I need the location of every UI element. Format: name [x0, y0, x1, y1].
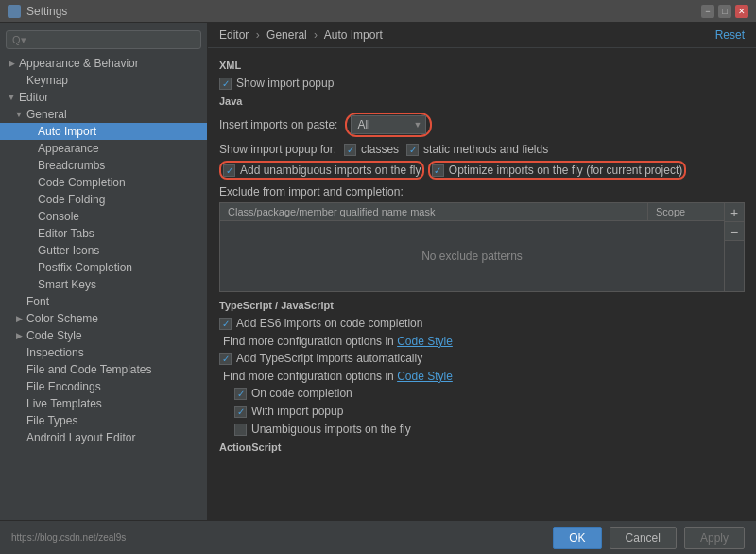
- table-inner: Class/package/member qualified name mask…: [220, 203, 724, 291]
- ts-with-popup-row: With import popup: [234, 405, 745, 418]
- arrow-icon: [25, 177, 36, 188]
- sidebar-label: Inspections: [26, 346, 84, 359]
- sidebar-label: Live Templates: [26, 397, 102, 410]
- arrow-icon: [25, 211, 36, 222]
- title-bar: Settings − □ ✕: [0, 0, 756, 23]
- sidebar-item-editor[interactable]: ▼ Editor: [0, 89, 207, 106]
- classes-checkbox-wrap[interactable]: classes: [344, 143, 399, 156]
- sidebar-item-editor-tabs[interactable]: Editor Tabs: [0, 225, 207, 242]
- sidebar-item-code-completion[interactable]: Code Completion: [0, 174, 207, 191]
- static-methods-checkbox-wrap[interactable]: static methods and fields: [406, 143, 548, 156]
- bottom-bar: https://blog.csdn.net/zeal9s OK Cancel A…: [0, 520, 756, 554]
- checkbox-classes[interactable]: [344, 144, 356, 156]
- footer-link: https://blog.csdn.net/zeal9s: [11, 532, 126, 543]
- ts-on-completion-label: On code completion: [251, 387, 352, 400]
- sidebar-label: Color Scheme: [26, 312, 98, 325]
- sidebar-item-file-types[interactable]: File Types: [0, 412, 207, 429]
- checkbox-ts-add-es6[interactable]: [219, 318, 232, 330]
- ts-add-es6-row: Add ES6 imports on code completion: [219, 317, 745, 330]
- ok-button[interactable]: OK: [553, 527, 601, 549]
- search-input[interactable]: [6, 30, 201, 49]
- maximize-button[interactable]: □: [718, 5, 731, 18]
- insert-imports-label: Insert imports on paste:: [219, 118, 337, 131]
- sidebar-item-keymap[interactable]: Keymap: [0, 72, 207, 89]
- sidebar-item-live-templates[interactable]: Live Templates: [0, 395, 207, 412]
- table-col-scope: Scope: [648, 203, 724, 220]
- table-remove-button[interactable]: −: [725, 222, 744, 241]
- sidebar-item-appearance-behavior[interactable]: ▶ Appearance & Behavior: [0, 55, 207, 72]
- insert-imports-select[interactable]: All Ask None: [351, 115, 426, 134]
- arrow-icon: [25, 160, 36, 171]
- ts-code-style-link-1[interactable]: Code Style: [397, 335, 453, 348]
- sidebar-item-color-scheme[interactable]: ▶ Color Scheme: [0, 310, 207, 327]
- ts-add-es6-label: Add ES6 imports on code completion: [236, 317, 422, 330]
- arrow-icon: [13, 347, 25, 358]
- sidebar-item-code-folding[interactable]: Code Folding: [0, 191, 207, 208]
- content-body: XML Show import popup Java Insert import…: [208, 48, 756, 466]
- app-icon: [8, 5, 21, 18]
- table-side-buttons: + −: [724, 203, 744, 291]
- table-add-button[interactable]: +: [725, 203, 744, 222]
- xml-show-popup-checkbox[interactable]: Show import popup: [219, 77, 334, 90]
- insert-imports-row: Insert imports on paste: All Ask None ▼: [219, 113, 745, 137]
- sidebar-item-font[interactable]: Font: [0, 293, 207, 310]
- checkbox-ts-add-typescript[interactable]: [219, 353, 232, 365]
- sidebar-label: File Encodings: [26, 380, 101, 393]
- sidebar-item-breadcrumbs[interactable]: Breadcrumbs: [0, 157, 207, 174]
- ts-with-popup-label: With import popup: [251, 405, 343, 418]
- classes-label: classes: [361, 143, 399, 156]
- sidebar-label: Console: [38, 210, 79, 223]
- checkbox-static-methods[interactable]: [406, 144, 419, 156]
- checkbox-ts-on-completion[interactable]: [234, 388, 247, 400]
- table-empty-text: No exclude patterns: [220, 221, 724, 291]
- ts-add-typescript-row: Add TypeScript imports automatically: [219, 352, 745, 365]
- sidebar-label: Code Completion: [38, 176, 126, 189]
- ts-with-popup-checkbox-wrap[interactable]: With import popup: [234, 405, 343, 418]
- reset-button[interactable]: Reset: [715, 28, 745, 42]
- add-unambiguous-checkbox-wrap[interactable]: Add unambiguous imports on the fly: [223, 164, 421, 177]
- checkbox-xml-show-popup[interactable]: [219, 78, 232, 90]
- table-col-name: Class/package/member qualified name mask: [220, 203, 648, 220]
- sidebar-item-general[interactable]: ▼ General: [0, 106, 207, 123]
- sidebar-item-smart-keys[interactable]: Smart Keys: [0, 276, 207, 293]
- sidebar-item-code-style[interactable]: ▶ Code Style: [0, 327, 207, 344]
- sidebar-item-android-layout-editor[interactable]: Android Layout Editor: [0, 429, 207, 446]
- optimize-imports-checkbox-wrap[interactable]: Optimize imports on the fly (for current…: [432, 164, 682, 177]
- arrow-icon: [25, 143, 36, 154]
- cancel-button[interactable]: Cancel: [610, 527, 677, 549]
- sidebar-label: Font: [26, 295, 49, 308]
- checkbox-ts-with-popup[interactable]: [234, 406, 247, 418]
- ts-find-config-label-2: Find more configuration options in: [223, 370, 394, 383]
- checkbox-ts-unambiguous[interactable]: [234, 424, 247, 436]
- sidebar-item-gutter-icons[interactable]: Gutter Icons: [0, 242, 207, 259]
- sidebar-item-console[interactable]: Console: [0, 208, 207, 225]
- arrow-icon: [25, 279, 36, 290]
- checkbox-optimize-imports[interactable]: [432, 164, 444, 177]
- apply-button[interactable]: Apply: [684, 527, 745, 549]
- ts-code-style-link-2[interactable]: Code Style: [397, 370, 453, 383]
- sidebar-label: Breadcrumbs: [38, 159, 105, 172]
- window-controls: − □ ✕: [701, 5, 748, 18]
- arrow-icon: [25, 194, 36, 205]
- sidebar-label: Code Folding: [38, 193, 105, 206]
- sidebar-item-file-encodings[interactable]: File Encodings: [0, 378, 207, 395]
- sidebar-item-file-code-templates[interactable]: File and Code Templates: [0, 361, 207, 378]
- ts-on-completion-checkbox-wrap[interactable]: On code completion: [234, 387, 352, 400]
- show-import-popup-row: Show import popup for: classes static me…: [219, 143, 745, 156]
- ts-add-es6-checkbox-wrap[interactable]: Add ES6 imports on code completion: [219, 317, 422, 330]
- close-button[interactable]: ✕: [735, 5, 748, 18]
- sidebar-label: Android Layout Editor: [26, 431, 135, 444]
- arrow-icon: [13, 296, 25, 307]
- ts-unambiguous-label: Unambiguous imports on the fly: [251, 423, 411, 436]
- java-section-label: Java: [219, 95, 745, 107]
- sidebar-item-auto-import[interactable]: Auto Import: [0, 123, 207, 140]
- ts-add-typescript-checkbox-wrap[interactable]: Add TypeScript imports automatically: [219, 352, 422, 365]
- ts-unambiguous-checkbox-wrap[interactable]: Unambiguous imports on the fly: [234, 423, 411, 436]
- sidebar-item-inspections[interactable]: Inspections: [0, 344, 207, 361]
- sidebar-item-postfix-completion[interactable]: Postfix Completion: [0, 259, 207, 276]
- checkbox-add-unambiguous[interactable]: [223, 164, 235, 177]
- minimize-button[interactable]: −: [701, 5, 714, 18]
- sidebar-item-appearance[interactable]: Appearance: [0, 140, 207, 157]
- table-header: Class/package/member qualified name mask…: [220, 203, 724, 221]
- breadcrumb-bar: Editor › General › Auto Import Reset: [208, 23, 756, 48]
